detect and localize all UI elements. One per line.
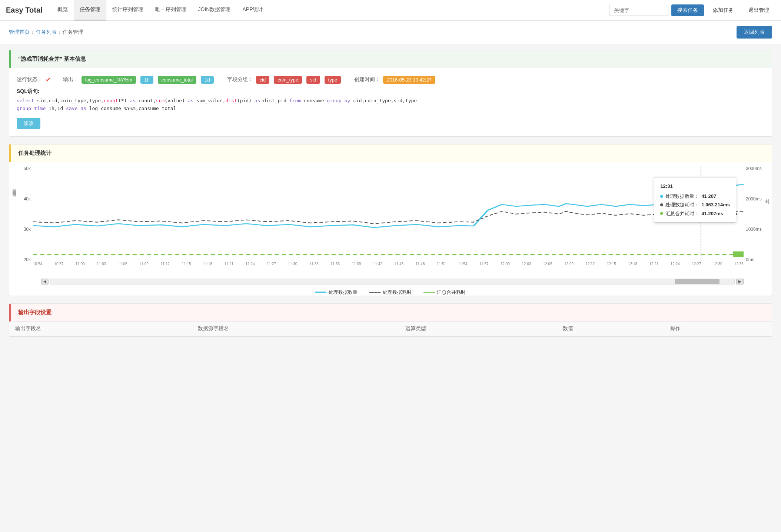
nav-items: 概览 任务管理 统计序列管理 唯一序列管理 JOIN数据管理 APP统计 bbox=[51, 0, 609, 21]
navbar-search: 搜索任务 添加任务 退出管理 bbox=[609, 4, 775, 16]
output-tag-2: consume_total bbox=[158, 76, 197, 84]
y-left-20k: 20k bbox=[24, 257, 31, 262]
output-fields-header: 输出字段设置 bbox=[9, 304, 772, 322]
output-fields-body: 输出字段名 数据源字段名 运算类型 数值 操作 bbox=[9, 322, 772, 336]
field-tag-sid: sid bbox=[306, 76, 320, 84]
legend-line-dotted bbox=[369, 292, 380, 293]
legend-process-time: 处理数据耗时 bbox=[369, 289, 412, 296]
create-time-value: 2016-05-23 10:42:27 bbox=[383, 76, 435, 84]
nav-overview[interactable]: 概览 bbox=[51, 0, 74, 21]
y-left-30k: 30k bbox=[24, 227, 31, 232]
breadcrumb-sep-2: › bbox=[59, 29, 61, 35]
y-right-2000: 2000ms bbox=[746, 196, 762, 202]
modify-button[interactable]: 修改 bbox=[17, 118, 40, 129]
legend-line-blue bbox=[315, 292, 326, 293]
output-item: 输出： log_consume_%Y%m 1h consume_total 1d bbox=[63, 76, 215, 84]
back-to-list-button[interactable]: 返回列表 bbox=[737, 26, 772, 39]
output-fields-table: 输出字段名 数据源字段名 运算类型 数值 操作 bbox=[9, 322, 772, 336]
chart-body: 50k 40k 30k 20k 数据条数数量 3000ms 2000ms 100… bbox=[9, 162, 772, 296]
nav-join-data[interactable]: JOIN数据管理 bbox=[192, 0, 237, 21]
table-header: 输出字段名 数据源字段名 运算类型 数值 操作 bbox=[9, 322, 772, 336]
legend-data-count: 处理数据数量 bbox=[315, 289, 358, 296]
chart-legend: 处理数据数量 处理数据耗时 汇总合并耗时 bbox=[15, 289, 766, 296]
info-row-1: 运行状态： ✔ 输出： log_consume_%Y%m 1h consume_… bbox=[17, 76, 764, 84]
status-item: 运行状态： ✔ bbox=[17, 76, 51, 84]
field-group-item: 字段分组： cid coin_type sid type bbox=[227, 76, 342, 84]
x-axis-labels: 10:5410:5711:0011:0311:06 11:0911:1211:1… bbox=[33, 262, 744, 266]
breadcrumb-bar: 管理首页 › 任务列表 › 任务管理 返回列表 bbox=[0, 21, 781, 44]
search-input[interactable] bbox=[609, 5, 668, 16]
task-info-body: 运行状态： ✔ 输出： log_consume_%Y%m 1h consume_… bbox=[9, 68, 772, 136]
nav-app-stat[interactable]: APP统计 bbox=[236, 0, 269, 21]
scrollbar-thumb[interactable] bbox=[675, 279, 719, 284]
legend-label-data-count: 处理数据数量 bbox=[329, 289, 358, 296]
exit-button[interactable]: 退出管理 bbox=[742, 4, 775, 16]
breadcrumb-list[interactable]: 任务列表 bbox=[36, 29, 57, 36]
breadcrumb-sep-1: › bbox=[32, 29, 34, 35]
y-axis-left-title: 数据条数数量 bbox=[11, 196, 17, 200]
output-tag-1: log_consume_%Y%m bbox=[82, 76, 136, 84]
status-check-icon: ✔ bbox=[46, 76, 51, 84]
field-tag-type: type bbox=[325, 76, 341, 84]
nav-task-mgmt[interactable]: 任务管理 bbox=[74, 0, 106, 21]
sql-label: SQL语句: bbox=[17, 88, 764, 95]
search-button[interactable]: 搜索任务 bbox=[671, 4, 704, 16]
main-content: "游戏币消耗合并" 基本信息 运行状态： ✔ 输出： log_consume_%… bbox=[0, 44, 781, 350]
svg-point-6 bbox=[724, 183, 734, 189]
brand-logo: Easy Total bbox=[6, 6, 43, 14]
chart-header: 任务处理统计 bbox=[9, 144, 772, 162]
y-right-1000: 1000ms bbox=[746, 227, 762, 232]
legend-label-merge-time: 汇总合并耗时 bbox=[437, 289, 466, 296]
chart-scrollbar: ◀ ▶ bbox=[15, 277, 766, 286]
output-period-2: 1d bbox=[201, 76, 213, 84]
create-time-item: 创建时间： 2016-05-23 10:42:27 bbox=[354, 76, 437, 84]
nav-stat-queue[interactable]: 统计序列管理 bbox=[106, 0, 149, 21]
status-label: 运行状态： bbox=[17, 76, 43, 83]
col-source-field: 数据源字段名 bbox=[192, 322, 399, 336]
svg-rect-5 bbox=[733, 251, 744, 257]
output-period-1: 1h bbox=[140, 76, 153, 84]
scrollbar-left-btn[interactable]: ◀ bbox=[41, 279, 49, 285]
field-group-label: 字段分组： bbox=[227, 76, 253, 83]
chart-svg bbox=[33, 166, 744, 266]
legend-line-green-dotted bbox=[423, 292, 435, 293]
col-operation-type: 运算类型 bbox=[399, 322, 557, 336]
task-info-panel: "游戏币消耗合并" 基本信息 运行状态： ✔ 输出： log_consume_%… bbox=[9, 50, 772, 137]
output-fields-panel: 输出字段设置 输出字段名 数据源字段名 运算类型 数值 操作 bbox=[9, 303, 772, 337]
scrollbar-right-btn[interactable]: ▶ bbox=[736, 279, 744, 285]
legend-merge-time: 汇总合并耗时 bbox=[423, 289, 466, 296]
breadcrumb: 管理首页 › 任务列表 › 任务管理 bbox=[9, 29, 83, 36]
add-task-button[interactable]: 添加任务 bbox=[707, 4, 740, 16]
y-right-0: 0ms bbox=[746, 257, 754, 262]
y-left-40k: 40k bbox=[24, 196, 31, 202]
scrollbar-track[interactable] bbox=[50, 279, 735, 285]
sql-line-1: select sid,cid,coin_type,type,count(*) a… bbox=[17, 97, 764, 105]
y-axis-right-title: 耗时 bbox=[765, 196, 770, 197]
col-action: 操作 bbox=[664, 322, 772, 336]
chart-area: 50k 40k 30k 20k 数据条数数量 3000ms 2000ms 100… bbox=[15, 166, 766, 277]
y-axis-left: 50k 40k 30k 20k bbox=[15, 166, 33, 262]
field-tag-cid: cid bbox=[256, 76, 270, 84]
breadcrumb-home[interactable]: 管理首页 bbox=[9, 29, 30, 36]
breadcrumb-current: 任务管理 bbox=[63, 29, 83, 36]
field-tag-coin-type: coin_type bbox=[274, 76, 302, 84]
task-info-header: "游戏币消耗合并" 基本信息 bbox=[9, 50, 772, 68]
nav-unique-queue[interactable]: 唯一序列管理 bbox=[149, 0, 192, 21]
navbar: Easy Total 概览 任务管理 统计序列管理 唯一序列管理 JOIN数据管… bbox=[0, 0, 781, 21]
col-output-field: 输出字段名 bbox=[9, 322, 192, 336]
legend-label-process-time: 处理数据耗时 bbox=[383, 289, 412, 296]
sql-code: select sid,cid,coin_type,type,count(*) a… bbox=[17, 97, 764, 113]
sql-line-2: group time 1h,1d save as log_consume_%Y%… bbox=[17, 105, 764, 113]
y-axis-right: 3000ms 2000ms 1000ms 0ms bbox=[744, 166, 766, 262]
col-value: 数值 bbox=[557, 322, 664, 336]
y-right-3000: 3000ms bbox=[746, 166, 762, 171]
output-label: 输出： bbox=[63, 76, 79, 83]
chart-panel: 任务处理统计 50k 40k 30k 20k 数据条数数量 3000ms 200… bbox=[9, 144, 772, 296]
y-left-50k: 50k bbox=[24, 166, 31, 171]
table-header-row: 输出字段名 数据源字段名 运算类型 数值 操作 bbox=[9, 322, 772, 336]
create-time-label: 创建时间： bbox=[354, 76, 380, 83]
